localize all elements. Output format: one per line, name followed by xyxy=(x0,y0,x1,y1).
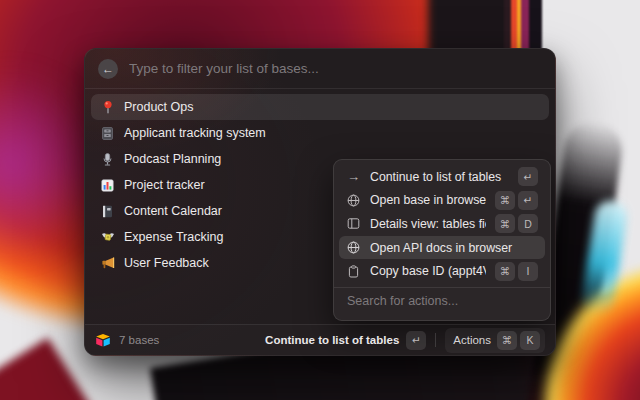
action-label: Copy base ID (appt4VawzNXGKr3hX) xyxy=(370,264,486,278)
arrow-right-icon: → xyxy=(346,169,361,184)
cmd-keycap: ⌘ xyxy=(497,331,517,350)
cmd-keycap: ⌘ xyxy=(495,262,515,281)
return-keycap: ↵ xyxy=(406,331,426,350)
actions-popover: → Continue to list of tables ↵ Open base… xyxy=(333,159,551,321)
megaphone-icon xyxy=(100,256,115,271)
shortcut-keys: ⌘ D xyxy=(495,214,538,233)
action-label: Details view: tables fields list xyxy=(370,217,486,231)
list-item-label: Content Calendar xyxy=(124,204,222,218)
return-keycap: ↵ xyxy=(518,191,538,210)
globe-icon xyxy=(346,193,361,208)
actions-shortcut-keys: ⌘ K xyxy=(497,331,540,350)
clipboard-icon xyxy=(346,264,361,279)
back-button[interactable]: ← xyxy=(98,59,118,79)
shortcut-keys: ↵ xyxy=(518,167,538,186)
action-label: Open base in browser xyxy=(370,193,486,207)
action-label: Continue to list of tables xyxy=(370,170,509,184)
globe-icon xyxy=(346,240,361,255)
action-copy-base-id[interactable]: Copy base ID (appt4VawzNXGKr3hX) ⌘ I xyxy=(339,259,545,283)
d-keycap: D xyxy=(518,214,538,233)
search-actions-input[interactable] xyxy=(347,294,537,308)
sidebar-icon xyxy=(346,216,361,231)
airtable-logo xyxy=(95,333,111,348)
actions-search-row xyxy=(339,288,545,315)
action-continue-to-tables[interactable]: → Continue to list of tables ↵ xyxy=(339,165,545,189)
pushpin-icon xyxy=(100,100,115,115)
list-item-applicant-tracking[interactable]: Applicant tracking system xyxy=(91,120,549,146)
back-arrow-icon: ← xyxy=(102,59,114,79)
return-keycap: ↵ xyxy=(518,167,538,186)
status-bar: 7 bases Continue to list of tables ↵ Act… xyxy=(85,324,555,355)
actions-button-label: Actions xyxy=(453,334,491,346)
list-item-product-ops[interactable]: Product Ops xyxy=(91,94,549,120)
status-bar-divider xyxy=(435,333,436,347)
list-item-label: Applicant tracking system xyxy=(124,126,266,140)
shortcut-keys: ⌘ I xyxy=(495,262,538,281)
bar-chart-icon xyxy=(100,178,115,193)
list-item-label: Expense Tracking xyxy=(124,230,223,244)
primary-action-label: Continue to list of tables xyxy=(265,334,399,346)
list-item-label: Product Ops xyxy=(124,100,193,114)
command-palette-window: ← Product Ops Applicant tracking system … xyxy=(84,48,556,356)
k-keycap: K xyxy=(520,331,540,350)
money-with-wings-icon xyxy=(100,230,115,245)
action-details-view[interactable]: Details view: tables fields list ⌘ D xyxy=(339,212,545,236)
file-cabinet-icon xyxy=(100,126,115,141)
action-label: Open API docs in browser xyxy=(370,241,538,255)
i-keycap: I xyxy=(518,262,538,281)
list-item-label: Project tracker xyxy=(124,178,205,192)
cmd-keycap: ⌘ xyxy=(495,191,515,210)
action-open-base-browser[interactable]: Open base in browser ⌘ ↵ xyxy=(339,189,545,213)
microphone-icon xyxy=(100,152,115,167)
list-item-label: User Feedback xyxy=(124,256,209,270)
actions-button[interactable]: Actions ⌘ K xyxy=(445,328,545,353)
primary-action-button[interactable]: Continue to list of tables ↵ xyxy=(265,331,426,350)
cmd-keycap: ⌘ xyxy=(495,214,515,233)
action-open-api-docs[interactable]: Open API docs in browser xyxy=(339,236,545,260)
filter-bases-input[interactable] xyxy=(129,61,542,76)
bases-count: 7 bases xyxy=(119,334,159,346)
status-bar-right: Continue to list of tables ↵ Actions ⌘ K xyxy=(265,328,545,353)
list-item-label: Podcast Planning xyxy=(124,152,221,166)
shortcut-keys: ⌘ ↵ xyxy=(495,191,538,210)
notebook-icon xyxy=(100,204,115,219)
wallpaper-color-stripes xyxy=(504,0,542,54)
search-bar: ← xyxy=(85,49,555,89)
